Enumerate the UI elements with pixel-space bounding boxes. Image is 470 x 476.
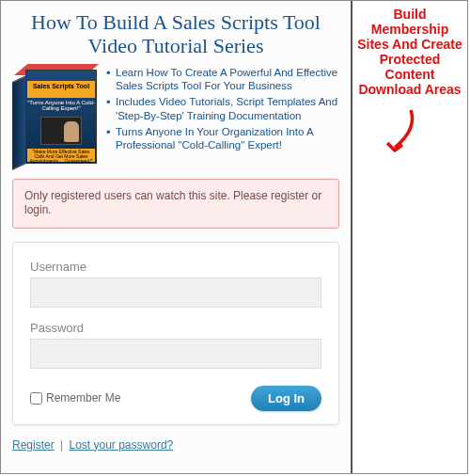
hero-section: Sales Scripts Tool "Turns Anyone Into A … <box>12 66 339 167</box>
box-footer-text: "Make More Effective Sales Calls And Get… <box>27 149 95 162</box>
product-box-image: Sales Scripts Tool "Turns Anyone Into A … <box>12 66 99 167</box>
remember-checkbox[interactable] <box>30 392 42 405</box>
callout-text: Build Membership Sites And Create Protec… <box>356 7 463 98</box>
lost-password-link[interactable]: Lost your password? <box>70 438 174 452</box>
access-error-message: Only registered users can watch this sit… <box>12 179 339 229</box>
remember-label: Remember Me <box>46 391 120 405</box>
remember-me[interactable]: Remember Me <box>30 391 120 405</box>
feature-bullets: Learn How To Create A Powerful And Effec… <box>106 66 339 167</box>
bullet-item: Turns Anyone In Your Organization Into A… <box>106 125 339 152</box>
page-title: How To Build A Sales Scripts Tool Video … <box>12 10 339 58</box>
main-content: How To Build A Sales Scripts Tool Video … <box>1 1 352 473</box>
side-callout: Build Membership Sites And Create Protec… <box>352 1 467 473</box>
box-banner-text: Sales Scripts Tool <box>27 81 95 98</box>
title-line-1: How To Build A Sales Scripts Tool <box>31 10 321 34</box>
password-input[interactable] <box>30 339 321 369</box>
link-separator: | <box>60 438 63 452</box>
title-line-2: Video Tutorial Series <box>88 34 264 57</box>
box-thumbnail <box>40 117 82 145</box>
box-subtitle: "Turns Anyone Into A Cold-Calling Expert… <box>27 100 95 112</box>
auth-links: Register | Lost your password? <box>12 438 339 452</box>
curved-arrow-icon <box>378 105 425 162</box>
bullet-item: Includes Video Tutorials, Script Templat… <box>106 95 339 122</box>
callout-line: Protected Content <box>380 52 441 82</box>
password-label: Password <box>30 321 321 335</box>
callout-line: Download Areas <box>358 82 461 97</box>
login-form: Username Password Remember Me Log In <box>12 242 339 425</box>
callout-arrow <box>356 105 463 166</box>
username-input[interactable] <box>30 278 321 308</box>
callout-line: Build Membership <box>371 7 448 37</box>
username-label: Username <box>30 260 321 274</box>
login-button[interactable]: Log In <box>251 386 321 411</box>
register-link[interactable]: Register <box>12 438 55 452</box>
bullet-item: Learn How To Create A Powerful And Effec… <box>106 66 339 93</box>
callout-line: Sites And Create <box>357 37 462 52</box>
